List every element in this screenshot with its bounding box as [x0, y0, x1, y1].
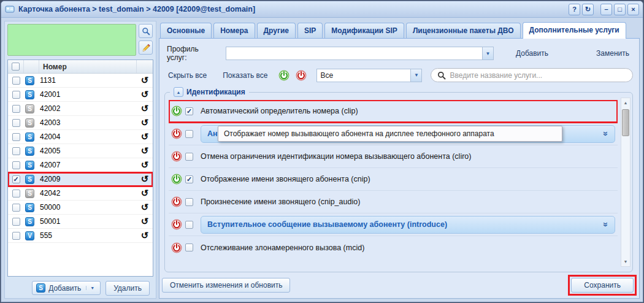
row-checkbox[interactable]: [12, 77, 20, 85]
service-filter-combobox[interactable]: Все ▼: [316, 69, 422, 82]
add-dropdown-arrow-icon[interactable]: ▼: [86, 286, 96, 290]
service-row-cnip-audio[interactable]: Произнесение имени звонящего (cnip_audio…: [169, 191, 618, 213]
history-icon[interactable]: ↺: [137, 188, 153, 199]
number-row-50001[interactable]: S 50001 ↺: [8, 215, 153, 229]
chevron-down-icon[interactable]: ▼: [482, 47, 493, 59]
power-off-icon[interactable]: [171, 196, 182, 207]
tab-dvo-license-packages[interactable]: Лицензионные пакеты ДВО: [406, 23, 521, 38]
service-row-cliro[interactable]: Отмена ограничения идентификации номера …: [169, 145, 618, 168]
row-checkbox[interactable]: [12, 147, 20, 155]
row-checkbox[interactable]: [12, 105, 20, 113]
tab-sip-modifications[interactable]: Модификации SIP: [324, 23, 404, 38]
service-checkbox[interactable]: [185, 153, 193, 161]
profile-add-button[interactable]: Добавить: [511, 47, 553, 60]
edit-button[interactable]: [139, 40, 153, 55]
power-off-icon[interactable]: [171, 219, 182, 230]
service-checkbox[interactable]: [185, 221, 193, 229]
history-icon[interactable]: ↺: [137, 89, 153, 100]
service-checkbox-checked[interactable]: ✓: [185, 107, 193, 115]
number-row-42001[interactable]: S 42001 ↺: [8, 88, 153, 102]
refresh-icon[interactable]: ↻: [582, 4, 594, 15]
number-row-1131[interactable]: S 1131 ↺: [8, 74, 153, 88]
tab-additional-services[interactable]: Дополнительные услуги: [523, 22, 626, 39]
row-checkbox[interactable]: [12, 133, 20, 141]
maximize-icon[interactable]: □: [614, 4, 626, 15]
chevron-double-down-icon[interactable]: »: [601, 131, 611, 136]
history-icon[interactable]: ↺: [137, 216, 153, 227]
tab-other[interactable]: Другие: [257, 23, 296, 38]
service-checkbox-checked[interactable]: ✓: [185, 175, 193, 183]
service-row-mcid[interactable]: Отслеживание злонамеренного вызова (mcid…: [169, 236, 618, 259]
history-icon[interactable]: ↺: [137, 230, 153, 241]
number-row-42009-selected[interactable]: ✓ S 42009 ↺: [8, 172, 153, 186]
number-row-42005[interactable]: S 42005 ↺: [8, 144, 153, 158]
power-off-all-icon[interactable]: [296, 70, 307, 81]
service-group-row-introduce[interactable]: Вступительное сообщение вызываемому абон…: [169, 213, 618, 236]
profile-combobox[interactable]: ▼: [226, 47, 494, 60]
save-button[interactable]: Сохранить: [571, 278, 634, 293]
power-on-icon[interactable]: [171, 105, 182, 117]
number-row-42004[interactable]: S 42004 ↺: [8, 130, 153, 144]
service-checkbox[interactable]: [185, 198, 193, 206]
service-search-input[interactable]: [450, 71, 626, 80]
history-icon[interactable]: ↺: [137, 202, 153, 213]
scroll-up-icon[interactable]: ▲: [621, 98, 630, 107]
scrollbar-thumb[interactable]: [622, 109, 629, 136]
scroll-down-icon[interactable]: ▼: [621, 257, 630, 266]
help-icon[interactable]: ?: [569, 4, 580, 15]
power-off-icon[interactable]: [171, 128, 182, 139]
column-number[interactable]: Номер: [39, 60, 137, 73]
close-icon[interactable]: ×: [627, 4, 639, 15]
row-checkbox[interactable]: [12, 190, 20, 198]
number-row-42003[interactable]: S 42003 ↺: [8, 116, 153, 130]
service-row-cnip[interactable]: ✓ Отображение имени звонящего абонента (…: [169, 168, 618, 191]
chevron-down-icon[interactable]: ▼: [410, 69, 421, 82]
history-icon[interactable]: ↺: [137, 103, 153, 114]
add-subscriber-button[interactable]: S Добавить ▼: [32, 281, 101, 295]
power-on-icon[interactable]: [171, 174, 182, 185]
tab-main[interactable]: Основные: [160, 23, 212, 38]
tab-numbers[interactable]: Номера: [213, 23, 255, 38]
history-icon[interactable]: ↺: [137, 131, 153, 142]
row-checkbox-checked[interactable]: ✓: [12, 175, 20, 183]
row-checkbox[interactable]: [12, 232, 20, 240]
row-checkbox[interactable]: [12, 204, 20, 212]
delete-subscriber-button[interactable]: Удалить: [105, 281, 150, 296]
power-off-icon[interactable]: [171, 151, 182, 162]
search-button[interactable]: [139, 24, 153, 38]
collapse-section-icon[interactable]: ▲: [174, 87, 183, 97]
service-checkbox[interactable]: [185, 130, 193, 138]
number-row-42002[interactable]: S 42002 ↺: [8, 102, 153, 116]
power-on-all-icon[interactable]: [278, 70, 289, 81]
service-group-bar[interactable]: Вступительное сообщение вызываемому абон…: [201, 216, 615, 234]
service-group-row-anti-clip[interactable]: Антиопределит » Отображает номер вызываю…: [169, 123, 618, 145]
chevron-double-down-icon[interactable]: »: [601, 222, 611, 227]
history-icon[interactable]: ↺: [137, 75, 153, 86]
minimize-icon[interactable]: –: [600, 4, 612, 15]
row-checkbox[interactable]: [12, 218, 20, 226]
service-checkbox[interactable]: [185, 244, 193, 251]
history-icon[interactable]: ↺: [137, 117, 153, 128]
row-checkbox[interactable]: [12, 161, 20, 169]
history-icon[interactable]: ↺: [137, 159, 153, 171]
history-icon[interactable]: ↺: [137, 174, 153, 185]
services-list: ✓ Автоматический определитель номера (cl…: [169, 100, 618, 268]
scrollbar[interactable]: ▲ ▼: [621, 98, 631, 267]
service-search-box[interactable]: [431, 68, 633, 82]
note-field[interactable]: [7, 24, 136, 56]
tab-sip[interactable]: SIP: [297, 23, 323, 38]
service-row-clip[interactable]: ✓ Автоматический определитель номера (cl…: [169, 100, 618, 123]
show-all-button[interactable]: Показать все: [218, 69, 272, 82]
row-checkbox[interactable]: [12, 91, 20, 99]
select-all-checkbox[interactable]: [12, 63, 20, 71]
row-checkbox[interactable]: [12, 119, 20, 127]
power-off-icon[interactable]: [171, 242, 182, 253]
number-row-42007[interactable]: S 42007 ↺: [8, 158, 153, 172]
number-row-42042[interactable]: S 42042 ↺: [8, 186, 153, 201]
number-row-50000[interactable]: S 50000 ↺: [8, 201, 153, 215]
profile-replace-button[interactable]: Заменить: [591, 47, 634, 60]
history-icon[interactable]: ↺: [137, 145, 153, 156]
number-row-555[interactable]: V 555 ↺: [8, 229, 153, 243]
hide-all-button[interactable]: Скрыть все: [167, 69, 212, 82]
cancel-and-refresh-button[interactable]: Отменить изменения и обновить: [162, 278, 290, 293]
